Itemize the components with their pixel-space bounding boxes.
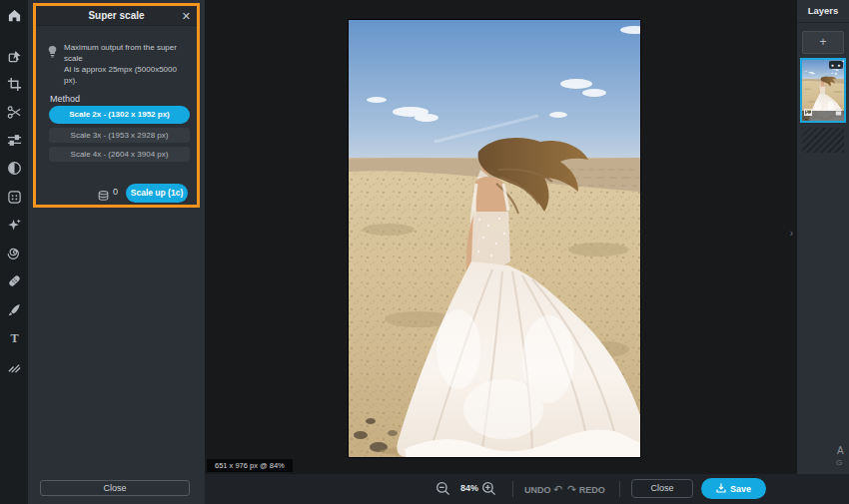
tip-text: Maximum output from the super scale AI i…	[64, 42, 188, 86]
redo-button[interactable]: ↷ REDO	[567, 483, 605, 496]
zoom-level[interactable]: 84%	[454, 483, 484, 493]
crop-tool-button[interactable]	[0, 72, 28, 96]
method-label: Method	[50, 94, 80, 104]
tool-options-panel: Super scale ✕ Maximum output from the su…	[28, 0, 205, 504]
effect-tool-button[interactable]	[0, 185, 28, 209]
contrast-icon	[7, 161, 22, 176]
crop-icon	[7, 77, 22, 92]
redo-label: REDO	[579, 485, 605, 495]
credits-value: 0	[113, 187, 118, 197]
panel-close-button[interactable]: Close	[40, 480, 190, 496]
arrange-tool-button[interactable]	[0, 44, 28, 68]
save-label: Save	[730, 484, 751, 494]
text-icon: T	[7, 330, 22, 345]
tip-line-1: Maximum output from the super scale	[64, 43, 177, 63]
save-button[interactable]: Save	[701, 478, 766, 499]
plus-icon: +	[819, 35, 826, 49]
draw-tool-button[interactable]	[0, 297, 28, 321]
bandage-icon	[7, 273, 22, 288]
lightbulb-icon	[48, 42, 58, 86]
sliders-icon	[7, 133, 22, 148]
layer-menu-icon[interactable]: ● ● ●	[829, 61, 843, 69]
home-icon	[7, 8, 22, 23]
cutoff-text-g: G	[836, 458, 842, 467]
credits-coins-icon	[98, 187, 109, 205]
divider	[619, 481, 620, 497]
dialog-title: Super scale	[36, 10, 197, 21]
bottom-bar: 84% UNDO ↶ ↷ REDO Close Save	[205, 474, 849, 504]
tip-row: Maximum output from the super scale AI i…	[48, 42, 188, 86]
spiral-icon	[7, 246, 22, 260]
svg-text:T: T	[10, 330, 18, 344]
home-button[interactable]	[0, 3, 28, 27]
layer-type-image-icon	[804, 102, 812, 120]
lock-icon[interactable]	[835, 102, 842, 120]
layers-title: Layers	[797, 5, 849, 16]
super-scale-dialog: Super scale ✕ Maximum output from the su…	[33, 3, 200, 208]
cutoff-text-a: A	[837, 445, 844, 456]
sparkle-icon	[7, 218, 22, 233]
layer-item-selected[interactable]: ● ● ●	[800, 58, 846, 123]
arrange-cursor-icon	[7, 49, 22, 64]
canvas-status-badge: 651 x 976 px @ 84%	[207, 459, 293, 472]
empty-layer-slot[interactable]	[802, 128, 844, 153]
layer-footer	[802, 111, 844, 121]
filter-tool-button[interactable]	[0, 156, 28, 180]
canvas-workspace[interactable]: 651 x 976 px @ 84% ›	[205, 0, 797, 474]
divider	[512, 481, 513, 497]
save-download-icon	[716, 483, 726, 495]
cutout-tool-button[interactable]	[0, 100, 28, 124]
undo-arrow-icon: ↶	[553, 483, 562, 495]
scale-3x-option[interactable]: Scale 3x - (1953 x 2928 px)	[49, 128, 190, 143]
undo-label: UNDO	[524, 485, 551, 495]
undo-button[interactable]: UNDO ↶	[524, 483, 562, 496]
redo-arrow-icon: ↷	[567, 483, 576, 495]
canvas-image[interactable]	[349, 20, 640, 457]
liquify-tool-button[interactable]	[0, 241, 28, 264]
close-editor-button[interactable]: Close	[631, 479, 693, 498]
panel-collapse-chevron-icon[interactable]: ›	[790, 228, 793, 239]
zoom-out-button[interactable]	[435, 481, 450, 500]
zoom-in-button[interactable]	[481, 481, 496, 500]
divider	[797, 22, 849, 23]
close-icon[interactable]: ✕	[182, 9, 191, 23]
left-toolbar: T	[0, 0, 28, 504]
fill-tool-button[interactable]	[0, 354, 28, 378]
hatch-icon	[7, 359, 22, 374]
scale-up-button[interactable]: Scale up (1c)	[126, 184, 188, 203]
tip-line-2: AI is approx 25mpx (5000x5000 px).	[64, 65, 177, 85]
retouch-tool-button[interactable]	[0, 268, 28, 292]
text-tool-button[interactable]: T	[0, 325, 28, 349]
bride-photo	[349, 20, 640, 457]
layers-panel: Layers + ● ● ● A G	[797, 0, 849, 474]
scissors-icon	[7, 105, 22, 120]
scale-2x-option[interactable]: Scale 2x - (1302 x 1952 px)	[49, 106, 190, 124]
disperse-grid-icon	[7, 190, 22, 205]
scale-4x-option[interactable]: Scale 4x - (2604 x 3904 px)	[49, 147, 190, 162]
add-layer-button[interactable]: +	[802, 31, 844, 54]
adjust-tool-button[interactable]	[0, 128, 28, 152]
credits-row: 0 Scale up (1c)	[36, 182, 197, 204]
brush-icon	[7, 302, 22, 317]
photo-editor-app: T Super scale ✕ Maximum output from the …	[0, 0, 849, 504]
ai-tools-button[interactable]	[0, 213, 28, 237]
